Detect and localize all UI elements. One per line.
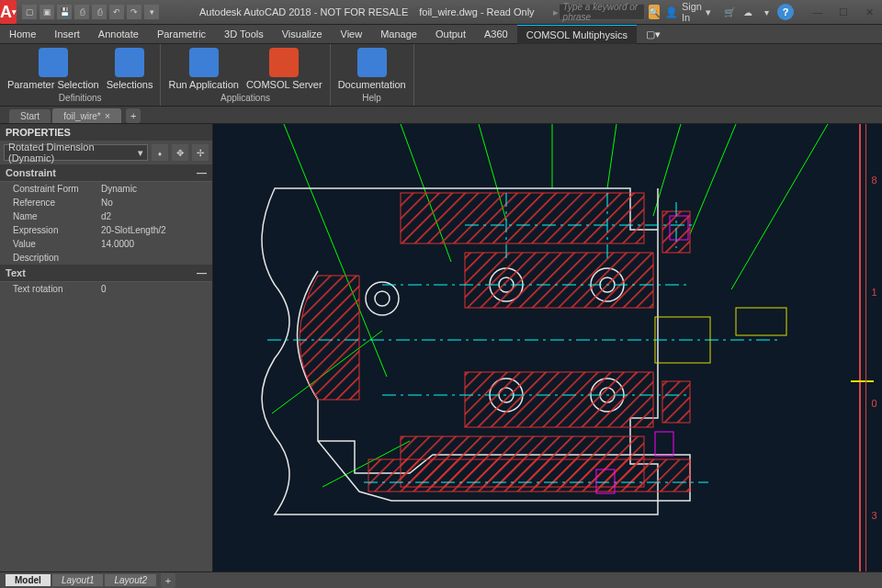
ruler-mark: 0 — [871, 398, 876, 409]
signin-button[interactable]: 👤 Sign In ▾ — [665, 1, 711, 23]
maximize-button[interactable]: ☐ — [831, 2, 856, 22]
collapse-icon: — — [197, 167, 207, 178]
props-row[interactable]: Expression20-SlotLength/2 — [0, 223, 212, 237]
svg-rect-37 — [655, 432, 673, 456]
help-icon[interactable]: ? — [777, 4, 794, 20]
qat-more-icon[interactable]: ▾ — [144, 5, 159, 19]
ribbon-btn-comsol-server[interactable]: COMSOL Server — [243, 46, 326, 92]
ribbon-btn-label: Parameter Selection — [7, 79, 99, 90]
props-section-text[interactable]: Text— — [0, 265, 212, 282]
menubar: HomeInsertAnnotateParametric3D ToolsVisu… — [0, 25, 882, 44]
menu-home[interactable]: Home — [0, 25, 45, 44]
ruler-mark: 1 — [871, 287, 876, 298]
doc-tab-foil_wire[interactable]: foil_wire*× — [52, 108, 121, 123]
svg-rect-24 — [465, 372, 653, 427]
ribbon: Parameter SelectionSelectionsDefinitions… — [0, 44, 882, 107]
ribbon-btn-parameter-selection[interactable]: Parameter Selection — [4, 46, 103, 92]
qat-new-icon[interactable]: ▢ — [22, 5, 37, 19]
props-value[interactable]: Dynamic — [101, 184, 212, 194]
infocenter-icon[interactable]: 🔍 — [649, 5, 660, 19]
close-tab-icon[interactable]: × — [105, 110, 110, 121]
menu-insert[interactable]: Insert — [45, 25, 89, 44]
ribbon-collapse-icon[interactable]: ▢▾ — [637, 25, 670, 44]
props-value[interactable]: 0 — [101, 284, 212, 294]
qat-save-icon[interactable]: 💾 — [57, 5, 72, 19]
menu-visualize[interactable]: Visualize — [273, 25, 332, 44]
svg-rect-23 — [465, 253, 653, 308]
ribbon-group-label: Help — [334, 92, 410, 104]
menu-manage[interactable]: Manage — [371, 25, 426, 44]
signin-label: Sign In — [682, 1, 702, 23]
quick-access-toolbar: ▢ ▣ 💾 ⎙ ⎙ ↶ ↷ ▾ — [18, 5, 163, 19]
props-row[interactable]: Named2 — [0, 209, 212, 223]
a360-icon[interactable]: ☁ — [741, 5, 755, 19]
menu-parametric[interactable]: Parametric — [148, 25, 215, 44]
qat-saveas-icon[interactable]: ⎙ — [74, 5, 89, 19]
svg-line-7 — [731, 124, 828, 289]
props-value[interactable]: d2 — [101, 211, 212, 221]
pickadd-icon[interactable]: ✥ — [172, 144, 188, 161]
ribbon-icon — [115, 48, 144, 77]
window-controls: — ☐ ✕ — [805, 2, 882, 22]
layout-tab-model[interactable]: Model — [6, 574, 51, 586]
help-dropdown-icon[interactable]: ▾ — [759, 5, 774, 19]
menu-3d-tools[interactable]: 3D Tools — [215, 25, 273, 44]
doc-tab-Start[interactable]: Start — [9, 109, 51, 123]
ribbon-icon — [39, 48, 68, 77]
ribbon-group-applications: Run ApplicationCOMSOL ServerApplications — [161, 44, 330, 106]
props-label: Description — [0, 253, 101, 263]
menu-view[interactable]: View — [332, 25, 372, 44]
app-logo-icon[interactable]: A▾ — [0, 0, 17, 24]
properties-object-label: Rotated Dimension (Dynamic) — [8, 141, 138, 164]
props-label: Value — [0, 239, 101, 249]
menu-comsol-multiphysics[interactable]: COMSOL Multiphysics — [517, 25, 637, 44]
props-value[interactable]: 14.0000 — [101, 239, 212, 249]
props-value[interactable]: 20-SlotLength/2 — [101, 225, 212, 235]
drawing-canvas[interactable]: 8103 — [213, 124, 882, 571]
props-row[interactable]: Text rotation0 — [0, 282, 212, 296]
qat-redo-icon[interactable]: ↷ — [127, 5, 141, 19]
props-row[interactable]: Description — [0, 251, 212, 265]
qat-print-icon[interactable]: ⎙ — [92, 5, 107, 19]
svg-line-4 — [607, 124, 616, 188]
ribbon-btn-documentation[interactable]: Documentation — [334, 46, 410, 92]
props-label: Text rotation — [0, 284, 101, 294]
add-layout-button[interactable]: + — [161, 573, 175, 588]
props-value[interactable] — [101, 253, 212, 263]
collapse-icon: — — [197, 267, 207, 278]
ribbon-btn-run-application[interactable]: Run Application — [164, 46, 242, 92]
menu-output[interactable]: Output — [426, 25, 475, 44]
svg-point-11 — [375, 291, 390, 306]
props-label: Constraint Form — [0, 184, 101, 194]
props-label: Expression — [0, 225, 101, 235]
ribbon-btn-selections[interactable]: Selections — [103, 46, 157, 92]
properties-panel: PROPERTIES Rotated Dimension (Dynamic) ▾… — [0, 124, 213, 571]
menu-a360[interactable]: A360 — [475, 25, 517, 44]
qat-undo-icon[interactable]: ↶ — [109, 5, 124, 19]
new-tab-button[interactable]: + — [126, 108, 141, 123]
minimize-button[interactable]: — — [805, 2, 831, 22]
properties-selector-row: Rotated Dimension (Dynamic) ▾ ⬧ ✥ ✢ — [0, 141, 212, 164]
qat-open-icon[interactable]: ▣ — [40, 5, 54, 19]
props-label: Reference — [0, 198, 101, 208]
exchange-icon[interactable]: 🛒 — [722, 5, 737, 19]
props-row[interactable]: Value14.0000 — [0, 237, 212, 251]
props-value[interactable]: No — [101, 198, 212, 208]
search-input[interactable]: Type a keyword or phrase — [559, 4, 645, 20]
app-title: Autodesk AutoCAD 2018 - NOT FOR RESALE — [199, 6, 408, 17]
quickselect-icon[interactable]: ⬧ — [152, 144, 168, 161]
layout-tab-layout2[interactable]: Layout2 — [105, 574, 156, 586]
ribbon-btn-label: COMSOL Server — [246, 79, 322, 90]
props-row[interactable]: Constraint FormDynamic — [0, 182, 212, 196]
ribbon-group-label: Definitions — [4, 92, 156, 104]
selectobjects-icon[interactable]: ✢ — [192, 144, 209, 161]
menu-annotate[interactable]: Annotate — [89, 25, 148, 44]
properties-object-dropdown[interactable]: Rotated Dimension (Dynamic) ▾ — [4, 144, 148, 161]
layout-tab-layout1[interactable]: Layout1 — [52, 574, 104, 586]
props-row[interactable]: ReferenceNo — [0, 196, 212, 209]
close-button[interactable]: ✕ — [856, 2, 882, 22]
layout-tabs: ModelLayout1Layout2+ — [0, 571, 882, 588]
svg-point-10 — [366, 282, 399, 315]
props-section-constraint[interactable]: Constraint— — [0, 164, 212, 182]
ribbon-btn-label: Documentation — [338, 79, 406, 90]
